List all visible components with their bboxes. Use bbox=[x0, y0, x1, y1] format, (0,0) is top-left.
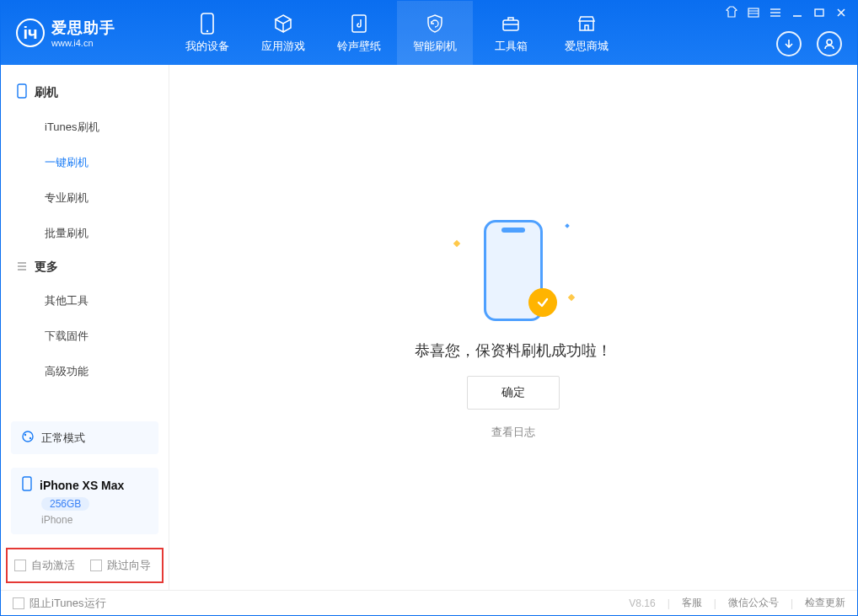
success-message: 恭喜您，保资料刷机成功啦！ bbox=[415, 340, 612, 361]
close-icon[interactable] bbox=[835, 6, 849, 16]
device-name: iPhone XS Max bbox=[40, 479, 124, 492]
logo-icon: iч bbox=[16, 19, 45, 47]
tab-toolbox[interactable]: 工具箱 bbox=[473, 1, 549, 65]
store-icon bbox=[576, 13, 598, 35]
sidebar-item-download-firmware[interactable]: 下载固件 bbox=[1, 319, 169, 354]
window-controls bbox=[726, 6, 849, 16]
phone-icon bbox=[196, 13, 218, 35]
checkbox-box-icon bbox=[13, 597, 24, 609]
separator: | bbox=[791, 597, 793, 609]
tab-label: 爱思商城 bbox=[565, 39, 609, 54]
menu-icon[interactable] bbox=[770, 6, 783, 16]
app-window: iч 爱思助手 www.i4.cn 我的设备 应用游戏 铃声壁纸 智能刷机 bbox=[0, 0, 858, 616]
tab-smart-flash[interactable]: 智能刷机 bbox=[397, 1, 473, 65]
version-label: V8.16 bbox=[629, 597, 655, 609]
sidebar-item-oneclick-flash[interactable]: 一键刷机 bbox=[1, 145, 169, 180]
device-capacity: 256GB bbox=[41, 497, 89, 511]
checkbox-skip-guide[interactable]: 跳过向导 bbox=[90, 558, 151, 573]
svg-rect-22 bbox=[23, 477, 31, 490]
tab-ringtones-wallpapers[interactable]: 铃声壁纸 bbox=[321, 1, 397, 65]
music-icon bbox=[348, 13, 370, 35]
sidebar-group-flash: 刷机 bbox=[1, 75, 169, 110]
tab-store[interactable]: 爱思商城 bbox=[549, 1, 625, 65]
checkbox-box-icon bbox=[14, 560, 26, 571]
tab-label: 我的设备 bbox=[185, 39, 229, 54]
checkbox-label: 阻止iTunes运行 bbox=[29, 596, 106, 611]
tab-apps-games[interactable]: 应用游戏 bbox=[245, 1, 321, 65]
shirt-icon[interactable] bbox=[726, 6, 739, 16]
footer-bar: 阻止iTunes运行 V8.16 | 客服 | 微信公众号 | 检查更新 bbox=[1, 590, 857, 615]
device-small-icon bbox=[16, 83, 28, 101]
sparkle-icon bbox=[453, 239, 460, 246]
sidebar-item-advanced[interactable]: 高级功能 bbox=[1, 354, 169, 389]
checkbox-label: 跳过向导 bbox=[107, 558, 151, 573]
sparkle-icon bbox=[565, 223, 570, 228]
svg-point-19 bbox=[23, 431, 33, 442]
sidebar-item-batch-flash[interactable]: 批量刷机 bbox=[1, 216, 169, 251]
main-content: 恭喜您，保资料刷机成功啦！ 确定 查看日志 bbox=[169, 65, 857, 590]
shield-refresh-icon bbox=[424, 13, 446, 35]
svg-point-20 bbox=[24, 434, 26, 436]
app-title: 爱思助手 bbox=[51, 18, 115, 38]
checkbox-block-itunes[interactable]: 阻止iTunes运行 bbox=[13, 596, 106, 611]
sidebar-item-itunes-flash[interactable]: iTunes刷机 bbox=[1, 110, 169, 145]
svg-point-1 bbox=[206, 29, 208, 31]
sidebar: 刷机 iTunes刷机 一键刷机 专业刷机 批量刷机 更多 其他工具 下载固件 … bbox=[1, 65, 169, 590]
sparkle-icon bbox=[568, 293, 575, 300]
sidebar-item-pro-flash[interactable]: 专业刷机 bbox=[1, 180, 169, 216]
check-badge-icon bbox=[528, 288, 557, 317]
cube-icon bbox=[272, 13, 294, 35]
mode-label: 正常模式 bbox=[41, 431, 85, 446]
tab-label: 铃声壁纸 bbox=[337, 39, 381, 54]
view-log-link[interactable]: 查看日志 bbox=[491, 425, 535, 440]
separator: | bbox=[668, 597, 670, 609]
separator: | bbox=[714, 597, 716, 609]
header-bar: iч 爱思助手 www.i4.cn 我的设备 应用游戏 铃声壁纸 智能刷机 bbox=[1, 1, 857, 65]
svg-point-21 bbox=[29, 437, 31, 439]
maximize-icon[interactable] bbox=[813, 6, 827, 16]
logo-text: 爱思助手 www.i4.cn bbox=[51, 18, 115, 48]
svg-rect-11 bbox=[815, 9, 823, 16]
app-subtitle: www.i4.cn bbox=[51, 38, 115, 48]
header-actions bbox=[776, 31, 842, 56]
device-icon bbox=[21, 476, 33, 494]
checkbox-label: 自动激活 bbox=[31, 558, 75, 573]
minimize-icon[interactable] bbox=[791, 6, 805, 16]
footer-link-wechat[interactable]: 微信公众号 bbox=[728, 596, 779, 610]
success-illustration bbox=[446, 216, 581, 325]
mode-panel[interactable]: 正常模式 bbox=[11, 421, 158, 454]
group-title: 刷机 bbox=[35, 85, 58, 100]
footer-link-support[interactable]: 客服 bbox=[682, 596, 702, 610]
user-button[interactable] bbox=[817, 31, 842, 56]
highlighted-checkbox-row: 自动激活 跳过向导 bbox=[6, 548, 164, 583]
tab-my-device[interactable]: 我的设备 bbox=[169, 1, 245, 65]
sidebar-group-more: 更多 bbox=[1, 251, 169, 283]
nav-tabs: 我的设备 应用游戏 铃声壁纸 智能刷机 工具箱 爱思商城 bbox=[169, 1, 625, 65]
device-type: iPhone bbox=[41, 514, 72, 526]
ok-button[interactable]: 确定 bbox=[467, 376, 560, 410]
toolbox-icon bbox=[500, 13, 522, 35]
sidebar-spacer bbox=[1, 389, 169, 415]
svg-rect-4 bbox=[748, 8, 759, 17]
svg-rect-3 bbox=[503, 20, 518, 30]
svg-point-14 bbox=[827, 40, 832, 45]
tab-label: 智能刷机 bbox=[413, 39, 457, 54]
list-small-icon bbox=[16, 260, 28, 275]
group-title: 更多 bbox=[35, 260, 58, 275]
tab-label: 工具箱 bbox=[495, 39, 528, 54]
logo-block: iч 爱思助手 www.i4.cn bbox=[1, 1, 169, 65]
device-panel[interactable]: iPhone XS Max 256GB iPhone bbox=[11, 468, 158, 534]
body: 刷机 iTunes刷机 一键刷机 专业刷机 批量刷机 更多 其他工具 下载固件 … bbox=[1, 65, 857, 590]
download-button[interactable] bbox=[776, 31, 802, 56]
svg-rect-15 bbox=[18, 84, 26, 98]
footer-link-check-update[interactable]: 检查更新 bbox=[805, 596, 845, 610]
checkbox-box-icon bbox=[90, 560, 102, 571]
tab-label: 应用游戏 bbox=[261, 39, 305, 54]
list-icon[interactable] bbox=[748, 6, 761, 16]
checkbox-auto-activate[interactable]: 自动激活 bbox=[14, 558, 75, 573]
refresh-icon bbox=[21, 430, 35, 446]
sidebar-item-other-tools[interactable]: 其他工具 bbox=[1, 283, 169, 319]
